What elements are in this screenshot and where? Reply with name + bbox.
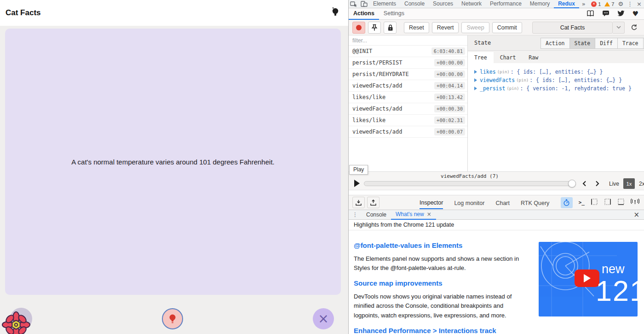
dismiss-fact-button[interactable]: × [313, 308, 334, 329]
play-button[interactable] [354, 180, 360, 187]
play-tooltip: Play [349, 165, 368, 175]
stopwatch-icon [563, 199, 570, 206]
commit-button[interactable]: Commit [492, 22, 522, 33]
view-state-button[interactable]: State [569, 38, 596, 49]
sweep-button[interactable]: Sweep [461, 22, 489, 33]
play-triangle-icon [584, 274, 591, 282]
action-timestamp: +00:04.14 [434, 82, 465, 89]
dispatcher-terminal-icon[interactable]: >_ [579, 199, 585, 205]
import-state-button[interactable] [367, 197, 380, 208]
device-toolbar-icon[interactable] [359, 0, 369, 8]
view-action-button[interactable]: Action [540, 38, 570, 49]
monitor-tab-chart[interactable]: Chart [495, 197, 510, 209]
action-row[interactable]: persist/REHYDRATE +00:00.00 [349, 69, 467, 80]
warning-icon [604, 2, 610, 6]
drawer-kebab-icon[interactable]: ⋮ [349, 212, 362, 217]
docs-book-icon[interactable] [586, 10, 594, 18]
react-flower-icon[interactable] [2, 311, 30, 334]
kebab-menu-icon[interactable]: ⋮ [627, 1, 633, 7]
tree-row-persist[interactable]: _persist (pin) : { version: -1, rehydrat… [474, 84, 644, 93]
tab-redux[interactable]: Redux [554, 0, 579, 8]
warning-count[interactable]: 7 [604, 1, 614, 7]
settings-gear-icon[interactable]: ⚙ [618, 1, 623, 7]
playback-slider-thumb[interactable] [568, 180, 576, 188]
tree-row-likes[interactable]: likes (pin) : { ids: […], entities: {…} … [474, 68, 644, 76]
action-row[interactable]: @@INIT 6:03:40.81 [349, 46, 467, 57]
action-list: @@INIT 6:03:40.81 persist/PERSIST +00:00… [349, 35, 468, 171]
article-text: The Elements panel now supports and show… [354, 254, 528, 273]
stopwatch-button[interactable] [561, 197, 573, 208]
revert-button[interactable]: Revert [432, 22, 459, 33]
action-row[interactable]: viewedFacts/add +00:00.30 [349, 103, 467, 115]
redux-toolbar: Reset Revert Sweep Commit Cat Facts [349, 20, 644, 35]
tab-network[interactable]: Network [457, 0, 486, 8]
feedback-bubble-icon[interactable] [602, 10, 610, 18]
redux-tab-settings[interactable]: Settings [379, 8, 409, 20]
more-tabs-icon[interactable]: » [579, 1, 588, 7]
article-link-source-map[interactable]: Source map improvements [354, 279, 528, 287]
reset-button[interactable]: Reset [404, 22, 429, 33]
twitter-bird-icon[interactable] [617, 10, 625, 18]
lock-button[interactable] [384, 22, 397, 34]
subtab-tree[interactable]: Tree [468, 52, 494, 63]
action-row[interactable]: viewedFacts/add +00:04.14 [349, 80, 467, 92]
action-row[interactable]: likes/like +00:13.42 [349, 92, 467, 103]
action-row[interactable]: viewedFacts/add +00:00.07 [349, 126, 467, 138]
action-row[interactable]: likes/like +00:02.31 [349, 115, 467, 126]
layout-right-icon[interactable] [604, 198, 611, 207]
view-trace-button[interactable]: Trace [617, 38, 644, 49]
tree-row-viewedfacts[interactable]: viewedFacts (pin) : { ids: […], entities… [474, 76, 644, 84]
instance-select[interactable]: Cat Facts [532, 22, 613, 34]
subtab-raw[interactable]: Raw [522, 52, 545, 63]
playback-slider[interactable] [364, 181, 575, 186]
expand-arrow-icon[interactable] [474, 78, 477, 82]
inspect-element-icon[interactable] [349, 0, 359, 8]
error-count[interactable]: × 1 [591, 1, 601, 7]
article-link-performance[interactable]: Enhanced Performance > Interactions trac… [354, 327, 528, 334]
inspector-header: State Action State Diff Trace Test [468, 35, 644, 51]
video-thumbnail[interactable]: new 121 [539, 242, 638, 316]
close-devtools-icon[interactable]: × [637, 1, 642, 7]
tab-memory[interactable]: Memory [526, 0, 554, 8]
layout-left-icon[interactable] [591, 198, 598, 207]
monitor-tab-rtk-query[interactable]: RTK Query [521, 197, 549, 209]
step-forward-icon[interactable] [595, 180, 599, 188]
redux-tab-actions[interactable]: Actions [349, 8, 379, 20]
expand-arrow-icon[interactable] [474, 87, 477, 90]
filter-input[interactable] [349, 35, 467, 46]
instance-chevron-down-icon[interactable] [613, 22, 625, 34]
view-diff-button[interactable]: Diff [595, 38, 618, 49]
download-icon [355, 199, 362, 206]
article-link-font-palette[interactable]: @font-palette-values in Elements [354, 241, 528, 249]
record-button[interactable] [352, 22, 365, 34]
live-button[interactable]: Live [609, 181, 619, 187]
tab-console[interactable]: Console [400, 0, 429, 8]
tab-sources[interactable]: Sources [429, 0, 457, 8]
layout-bottom-icon[interactable] [617, 198, 625, 207]
drawer-tab-whats-new[interactable]: What's new × [391, 210, 436, 220]
export-state-button[interactable] [352, 197, 365, 208]
pin-button[interactable] [368, 22, 381, 34]
redux-main: @@INIT 6:03:40.81 persist/PERSIST +00:00… [349, 35, 644, 171]
tab-performance[interactable]: Performance [486, 0, 526, 8]
tab-elements[interactable]: Elements [369, 0, 400, 8]
screen: Cat Facts A cat's normal temperature var… [0, 0, 644, 334]
drawer-tab-console[interactable]: Console [362, 210, 391, 220]
close-tab-icon[interactable]: × [427, 210, 431, 219]
reload-instance-icon[interactable] [627, 22, 640, 34]
inspector-title: State [468, 40, 491, 46]
expand-arrow-icon[interactable] [474, 70, 477, 74]
monitor-tab-inspector[interactable]: Inspector [420, 196, 443, 209]
monitor-tab-log-monitor[interactable]: Log monitor [454, 197, 484, 209]
new-fact-button[interactable] [162, 308, 183, 329]
action-row[interactable]: persist/PERSIST +00:00.00 [349, 57, 467, 69]
heart-icon[interactable]: ♥ [632, 11, 638, 18]
state-inspector: State Action State Diff Trace Test Tree … [468, 35, 644, 171]
speed-2x-button[interactable]: 2x [639, 181, 644, 187]
speed-1x-button[interactable]: 1x [623, 178, 635, 189]
subtab-chart[interactable]: Chart [494, 52, 523, 63]
remote-broadcast-icon[interactable] [631, 198, 639, 207]
close-drawer-icon[interactable]: × [633, 211, 644, 218]
step-back-icon[interactable] [582, 180, 586, 188]
lightbulb-icon[interactable] [330, 6, 340, 20]
